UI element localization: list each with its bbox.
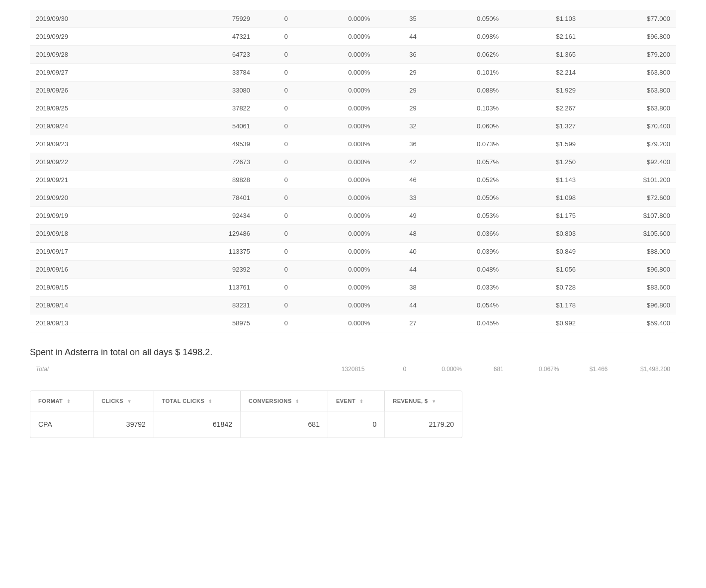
summary-format: CPA — [30, 411, 93, 438]
row-clicks: 44 — [376, 296, 422, 314]
row-cpc: $0.728 — [505, 279, 582, 296]
row-revenue: $101.200 — [582, 171, 676, 189]
row-date: 2019/09/18 — [30, 225, 175, 243]
row-date: 2019/09/22 — [30, 153, 175, 171]
row-date: 2019/09/20 — [30, 189, 175, 207]
row-clicks: 44 — [376, 28, 422, 46]
row-conv-rate: 0.000% — [294, 153, 376, 171]
row-impressions: 49539 — [175, 135, 256, 153]
summary-header[interactable]: TOTAL CLICKS ⇕ — [154, 391, 240, 411]
row-conversions: 0 — [256, 314, 294, 332]
table-row: 2019/09/18 129486 0 0.000% 48 0.036% $0.… — [30, 225, 676, 243]
row-conversions: 0 — [256, 117, 294, 135]
sort-icon: ⇕ — [295, 399, 300, 404]
row-cpc: $1.327 — [505, 117, 582, 135]
row-cpc: $1.599 — [505, 135, 582, 153]
total-row-table: Total 1320815 0 0.000% 681 0.067% $1.466… — [30, 363, 676, 376]
table-row: 2019/09/23 49539 0 0.000% 36 0.073% $1.5… — [30, 135, 676, 153]
table-row: 2019/09/20 78401 0 0.000% 33 0.050% $1.0… — [30, 189, 676, 207]
row-conversions: 0 — [256, 82, 294, 99]
row-date: 2019/09/13 — [30, 314, 175, 332]
table-row: 2019/09/15 113761 0 0.000% 38 0.033% $0.… — [30, 279, 676, 296]
row-date: 2019/09/28 — [30, 46, 175, 64]
row-conversions: 0 — [256, 189, 294, 207]
row-ctr: 0.101% — [423, 64, 505, 82]
summary-header[interactable]: CONVERSIONS ⇕ — [240, 391, 328, 411]
row-cpc: $1.929 — [505, 82, 582, 99]
row-clicks: 48 — [376, 225, 422, 243]
summary-clicks: 39792 — [93, 411, 154, 438]
summary-revenue: 2179.20 — [385, 411, 462, 438]
table-row: 2019/09/25 37822 0 0.000% 29 0.103% $2.2… — [30, 99, 676, 117]
row-conv-rate: 0.000% — [294, 314, 376, 332]
row-ctr: 0.088% — [423, 82, 505, 99]
summary-table: FORMAT ⇕CLICKS ▼TOTAL CLICKS ⇕CONVERSION… — [30, 391, 462, 438]
row-revenue: $107.800 — [582, 207, 676, 225]
row-ctr: 0.036% — [423, 225, 505, 243]
row-cpc: $1.098 — [505, 189, 582, 207]
row-date: 2019/09/23 — [30, 135, 175, 153]
summary-header[interactable]: EVENT ⇕ — [328, 391, 384, 411]
row-conversions: 0 — [256, 135, 294, 153]
table-row: 2019/09/29 47321 0 0.000% 44 0.098% $2.1… — [30, 28, 676, 46]
row-revenue: $83.600 — [582, 279, 676, 296]
row-conversions: 0 — [256, 279, 294, 296]
table-row: 2019/09/26 33080 0 0.000% 29 0.088% $1.9… — [30, 82, 676, 99]
row-conv-rate: 0.000% — [294, 261, 376, 279]
row-conv-rate: 0.000% — [294, 296, 376, 314]
row-cpc: $1.143 — [505, 171, 582, 189]
table-row: 2019/09/22 72673 0 0.000% 42 0.057% $1.2… — [30, 153, 676, 171]
row-ctr: 0.050% — [423, 189, 505, 207]
total-conv-rate: 0.000% — [412, 363, 468, 376]
row-conv-rate: 0.000% — [294, 99, 376, 117]
row-date: 2019/09/27 — [30, 64, 175, 82]
row-revenue: $92.400 — [582, 153, 676, 171]
table-row: 2019/09/27 33784 0 0.000% 29 0.101% $2.2… — [30, 64, 676, 82]
row-clicks: 29 — [376, 82, 422, 99]
total-row: Total 1320815 0 0.000% 681 0.067% $1.466… — [30, 363, 676, 376]
row-revenue: $79.200 — [582, 46, 676, 64]
row-revenue: $72.600 — [582, 189, 676, 207]
total-label: Total — [30, 363, 322, 376]
row-revenue: $63.800 — [582, 64, 676, 82]
sort-icon: ▼ — [432, 399, 436, 404]
summary-event: 0 — [328, 411, 384, 438]
row-clicks: 46 — [376, 171, 422, 189]
row-ctr: 0.053% — [423, 207, 505, 225]
table-row: 2019/09/28 64723 0 0.000% 36 0.062% $1.3… — [30, 46, 676, 64]
summary-header[interactable]: FORMAT ⇕ — [30, 391, 93, 411]
total-clicks: 681 — [468, 363, 510, 376]
row-cpc: $1.175 — [505, 207, 582, 225]
row-conv-rate: 0.000% — [294, 10, 376, 28]
row-impressions: 64723 — [175, 46, 256, 64]
row-date: 2019/09/14 — [30, 296, 175, 314]
row-conv-rate: 0.000% — [294, 135, 376, 153]
row-date: 2019/09/25 — [30, 99, 175, 117]
row-impressions: 89828 — [175, 171, 256, 189]
row-conv-rate: 0.000% — [294, 64, 376, 82]
row-impressions: 78401 — [175, 189, 256, 207]
row-date: 2019/09/30 — [30, 10, 175, 28]
row-conversions: 0 — [256, 296, 294, 314]
row-impressions: 72673 — [175, 153, 256, 171]
summary-header[interactable]: CLICKS ▼ — [93, 391, 154, 411]
summary-total-clicks: 61842 — [154, 411, 240, 438]
row-ctr: 0.039% — [423, 243, 505, 261]
row-ctr: 0.098% — [423, 28, 505, 46]
total-impressions: 1320815 — [322, 363, 371, 376]
summary-header[interactable]: REVENUE, $ ▼ — [385, 391, 462, 411]
row-clicks: 36 — [376, 135, 422, 153]
row-date: 2019/09/15 — [30, 279, 175, 296]
table-row: 2019/09/16 92392 0 0.000% 44 0.048% $1.0… — [30, 261, 676, 279]
row-date: 2019/09/29 — [30, 28, 175, 46]
row-revenue: $70.400 — [582, 117, 676, 135]
main-data-table: 2019/09/30 75929 0 0.000% 35 0.050% $1.1… — [30, 10, 676, 332]
row-ctr: 0.052% — [423, 171, 505, 189]
row-impressions: 33784 — [175, 64, 256, 82]
row-date: 2019/09/26 — [30, 82, 175, 99]
table-row: 2019/09/30 75929 0 0.000% 35 0.050% $1.1… — [30, 10, 676, 28]
row-cpc: $1.365 — [505, 46, 582, 64]
summary-table-wrapper: FORMAT ⇕CLICKS ▼TOTAL CLICKS ⇕CONVERSION… — [30, 391, 462, 438]
row-cpc: $0.849 — [505, 243, 582, 261]
table-row: 2019/09/13 58975 0 0.000% 27 0.045% $0.9… — [30, 314, 676, 332]
